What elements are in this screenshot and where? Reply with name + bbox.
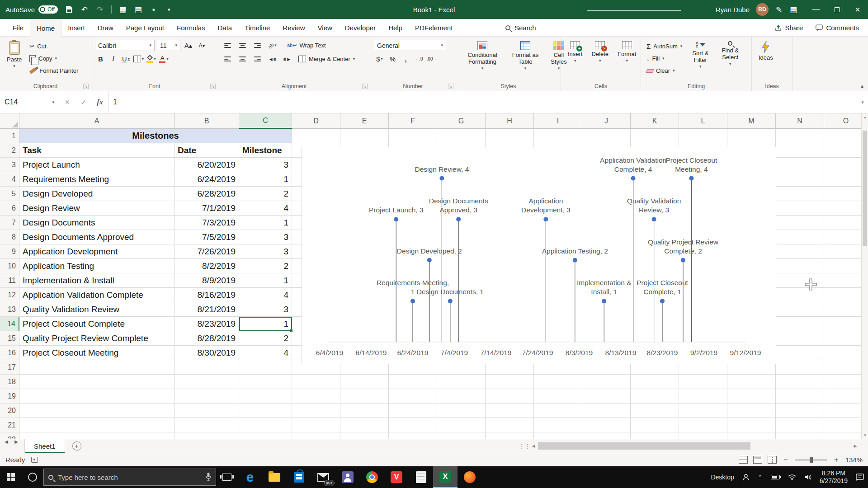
pen-icon[interactable]: ✎ xyxy=(775,5,783,14)
chart-point-quality-validation-review[interactable] xyxy=(652,217,656,221)
cell-K1[interactable] xyxy=(631,129,679,143)
column-header-G[interactable]: G xyxy=(437,113,486,129)
cell-K18[interactable] xyxy=(631,375,679,389)
chart-point-design-developed[interactable] xyxy=(427,258,432,263)
cell-A22[interactable] xyxy=(19,432,175,439)
wrap-text-button[interactable]: ab↩Wrap Text xyxy=(285,40,328,51)
middle-align-button[interactable] xyxy=(237,40,248,51)
bold-button[interactable]: B xyxy=(95,53,106,65)
zoom-slider-thumb[interactable] xyxy=(810,457,813,463)
row-header-12[interactable]: 12 xyxy=(0,288,19,302)
cell-J1[interactable] xyxy=(582,129,631,143)
comments-button[interactable]: Comments xyxy=(816,24,859,32)
tab-review[interactable]: Review xyxy=(276,19,311,36)
cell-A6[interactable]: Design Review xyxy=(19,201,175,216)
cell-J19[interactable] xyxy=(582,389,631,404)
row-header-21[interactable]: 21 xyxy=(0,418,19,432)
tab-scroll-splitter[interactable]: ⋮⋮ xyxy=(518,439,531,453)
chart-point-implementation-install[interactable] xyxy=(602,299,606,303)
cell-A17[interactable] xyxy=(19,360,175,375)
cell-H21[interactable] xyxy=(486,418,534,432)
milestone-chart[interactable]: 6/4/20196/14/20196/24/20197/4/20197/14/2… xyxy=(302,147,776,364)
column-header-A[interactable]: A xyxy=(19,113,175,129)
cell-E18[interactable] xyxy=(340,375,389,389)
cell-C3[interactable]: 3 xyxy=(239,158,292,172)
cortana-button[interactable] xyxy=(22,466,43,488)
cell-L18[interactable] xyxy=(679,375,727,389)
cell-F22[interactable] xyxy=(389,432,437,439)
normal-view-button[interactable] xyxy=(739,456,748,464)
zoom-out-button[interactable]: − xyxy=(782,456,789,464)
collapse-ribbon-chevron-icon[interactable]: ▴ xyxy=(861,83,863,89)
column-header-J[interactable]: J xyxy=(582,113,631,129)
cut-button[interactable]: ✂Cut xyxy=(28,41,80,52)
cell-C15[interactable]: 2 xyxy=(239,331,292,346)
cell-N3[interactable] xyxy=(776,158,824,172)
network-button[interactable] xyxy=(784,466,800,488)
cell-N12[interactable] xyxy=(776,288,824,302)
cell-F18[interactable] xyxy=(389,375,437,389)
cell-C11[interactable]: 1 xyxy=(239,273,292,288)
cell-E22[interactable] xyxy=(340,432,389,439)
formula-input[interactable]: 1 xyxy=(108,91,857,113)
increase-font-size-button[interactable]: A▴ xyxy=(183,40,194,51)
cell-K22[interactable] xyxy=(631,432,679,439)
record-circle-icon[interactable]: ● xyxy=(150,5,158,14)
row-header-10[interactable]: 10 xyxy=(0,259,19,273)
cell-N6[interactable] xyxy=(776,201,824,216)
cell-C12[interactable]: 4 xyxy=(239,288,292,302)
chart-point-application-development[interactable] xyxy=(543,217,548,221)
action-center-button[interactable] xyxy=(852,466,868,488)
cell-M1[interactable] xyxy=(727,129,776,143)
cell-D18[interactable] xyxy=(292,375,340,389)
row-header-5[interactable]: 5 xyxy=(0,187,19,201)
cell-M20[interactable] xyxy=(727,404,776,418)
cell-L22[interactable] xyxy=(679,432,727,439)
cell-A21[interactable] xyxy=(19,418,175,432)
merge-center-button[interactable]: Merge & Center▾ xyxy=(297,53,357,65)
conditional-formatting-button[interactable]: Conditional Formatting ▾ xyxy=(460,40,505,72)
volume-button[interactable] xyxy=(800,466,816,488)
clear-button[interactable]: Clear▾ xyxy=(645,65,684,76)
format-painter-button[interactable]: Format Painter xyxy=(28,65,80,76)
row-header-16[interactable]: 16 xyxy=(0,346,19,360)
cell-N11[interactable] xyxy=(776,273,824,288)
align-center-button[interactable] xyxy=(237,53,248,65)
cell-B10[interactable]: 8/2/2019 xyxy=(175,259,239,273)
cell-N14[interactable] xyxy=(776,317,824,331)
cell-N20[interactable] xyxy=(776,404,824,418)
prev-sheet-arrow-icon[interactable]: ◀ xyxy=(1,439,12,444)
row-header-22[interactable]: 22 xyxy=(0,432,19,439)
row-header-7[interactable]: 7 xyxy=(0,216,19,230)
row-header-6[interactable]: 6 xyxy=(0,201,19,216)
cell-A5[interactable]: Design Developed xyxy=(19,187,175,201)
tab-data[interactable]: Data xyxy=(211,19,238,36)
row-header-17[interactable]: 17 xyxy=(0,360,19,375)
tab-timeline[interactable]: Timeline xyxy=(238,19,276,36)
row-header-9[interactable]: 9 xyxy=(0,244,19,259)
column-header-K[interactable]: K xyxy=(631,113,679,129)
taskbar-vivaldi[interactable]: V xyxy=(384,466,409,488)
row-header-1[interactable]: 1 xyxy=(0,129,19,143)
cell-N16[interactable] xyxy=(776,346,824,360)
cell-K20[interactable] xyxy=(631,404,679,418)
vertical-scrollbar-thumb[interactable] xyxy=(863,131,867,246)
fill-button[interactable]: ↓Fill▾ xyxy=(645,53,684,64)
tab-page-layout[interactable]: Page Layout xyxy=(120,19,170,36)
cell-H1[interactable] xyxy=(486,129,534,143)
expand-formula-bar-chevron-icon[interactable]: ▾ xyxy=(857,91,868,113)
cell-B21[interactable] xyxy=(175,418,239,432)
underline-button[interactable]: U▾ xyxy=(120,53,132,65)
chart-point-design-documents-approved[interactable] xyxy=(456,217,461,221)
number-format-select[interactable]: General▾ xyxy=(374,40,446,51)
save-icon[interactable] xyxy=(65,5,73,14)
cell-A3[interactable]: Project Launch xyxy=(19,158,175,172)
cell-C18[interactable] xyxy=(239,375,292,389)
tab-view[interactable]: View xyxy=(311,19,339,36)
chart-point-design-documents[interactable] xyxy=(448,299,453,303)
increase-decimal-button[interactable]: ←.0 xyxy=(413,53,425,65)
cell-N4[interactable] xyxy=(776,172,824,187)
next-sheet-arrow-icon[interactable]: ▶ xyxy=(11,439,22,444)
table-borders-icon[interactable]: ▤ xyxy=(134,5,142,14)
cell-J18[interactable] xyxy=(582,375,631,389)
